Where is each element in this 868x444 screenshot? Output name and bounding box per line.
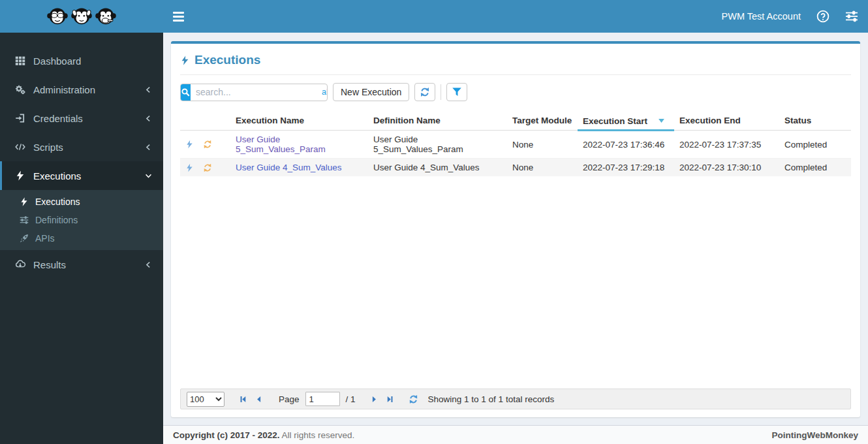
rocket-icon [20, 234, 29, 243]
top-bar: PWM Test Account [0, 0, 868, 33]
first-page-icon[interactable] [238, 394, 248, 404]
sidebar-item-administration[interactable]: Administration [0, 75, 163, 104]
execution-name-link[interactable]: User Guide 4_Sum_Values [236, 163, 342, 172]
search-scope-value: all [322, 87, 328, 97]
search-icon [181, 87, 191, 97]
previous-page-icon[interactable] [254, 394, 264, 404]
sign-in-icon [15, 113, 25, 123]
submenu-item-executions[interactable]: Executions [0, 193, 163, 211]
content-area: Executions all New Execution [163, 33, 868, 444]
chevron-left-icon [144, 114, 153, 123]
target-module-cell: None [507, 131, 578, 159]
table-row: User Guide 5_Sum_Values_Param User Guide… [180, 131, 851, 159]
monkey-see-no-evil-icon [46, 7, 69, 27]
app-window: PWM Test Account Dashboard Administratio… [0, 0, 868, 444]
page-label: Page [279, 394, 300, 404]
execution-start-cell: 2022-07-23 17:36:46 [578, 131, 674, 159]
search-group: all [180, 84, 328, 101]
rerun-execution-icon[interactable] [203, 163, 212, 172]
table-row: User Guide 4_Sum_Values User Guide 4_Sum… [180, 159, 851, 177]
sidebar-item-label: Executions [33, 170, 81, 182]
filter-button[interactable] [446, 83, 467, 101]
rerun-execution-icon[interactable] [203, 140, 212, 149]
search-scope-dropdown[interactable]: all [319, 84, 328, 101]
settings-sliders-icon[interactable] [845, 10, 858, 23]
sliders-icon [20, 215, 29, 225]
pagination-bar: 100 Page / 1 Showing 1 to 1 of 1 total r… [180, 388, 851, 409]
target-module-cell: None [507, 159, 578, 177]
submenu-item-label: APIs [35, 233, 55, 244]
refresh-icon[interactable] [409, 394, 418, 404]
sidebar-item-label: Credentials [33, 113, 83, 124]
total-pages: / 1 [346, 394, 356, 404]
sidebar-item-scripts[interactable]: Scripts [0, 133, 163, 161]
page-number-input[interactable] [305, 392, 340, 406]
execution-end-cell: 2022-07-23 17:30:10 [674, 159, 779, 177]
footer: Copyright (c) 2017 - 2022. All rights re… [163, 425, 868, 444]
bolt-icon [15, 170, 25, 181]
sidebar: Dashboard Administration Credentials Scr… [0, 33, 163, 444]
sidebar-item-label: Results [33, 259, 66, 270]
page-size-select[interactable]: 100 [187, 392, 225, 407]
column-header-execution-start[interactable]: Execution Start [578, 112, 674, 131]
cogs-icon [15, 84, 25, 95]
bolt-icon [180, 55, 190, 66]
monkey-pointing-icon [95, 7, 117, 27]
help-icon[interactable] [816, 10, 829, 23]
sidebar-item-credentials[interactable]: Credentials [0, 104, 163, 133]
chevron-left-icon [144, 261, 153, 269]
bolt-icon [20, 197, 29, 206]
submenu-item-definitions[interactable]: Definitions [0, 211, 163, 229]
code-icon [15, 142, 25, 152]
sidebar-item-executions[interactable]: Executions [0, 161, 163, 190]
table-header-row: Execution Name Definition Name Target Mo… [180, 112, 851, 131]
status-cell: Completed [779, 159, 851, 177]
copyright-text: Copyright (c) 2017 - 2022. All rights re… [173, 430, 354, 440]
app-logo[interactable] [0, 0, 163, 33]
actions-column-header [180, 112, 230, 131]
run-execution-icon[interactable] [185, 163, 194, 172]
monkey-hear-no-evil-icon [70, 7, 93, 27]
executions-table: Execution Name Definition Name Target Mo… [180, 112, 851, 176]
sidebar-item-results[interactable]: Results [0, 250, 163, 279]
column-header-execution-end[interactable]: Execution End [674, 112, 779, 131]
nav-right: PWM Test Account [722, 10, 858, 23]
toolbar-divider [441, 84, 441, 100]
refresh-button[interactable] [414, 83, 435, 101]
new-execution-button[interactable]: New Execution [333, 83, 409, 101]
search-input[interactable] [191, 84, 319, 101]
brand-name: PointingWebMonkey [771, 430, 858, 440]
submenu-item-label: Executions [35, 197, 80, 207]
definition-name-cell: User Guide 4_Sum_Values [368, 159, 507, 177]
definition-name-cell: User Guide 5_Sum_Values_Param [368, 131, 507, 159]
column-header-status[interactable]: Status [779, 112, 851, 131]
executions-panel: Executions all New Execution [171, 41, 860, 417]
column-header-target-module[interactable]: Target Module [507, 112, 578, 131]
execution-end-cell: 2022-07-23 17:37:35 [674, 131, 779, 159]
sidebar-item-label: Dashboard [33, 56, 81, 67]
run-execution-icon[interactable] [185, 140, 194, 149]
page-title-text: Executions [194, 53, 260, 67]
cloud-download-icon [15, 259, 25, 270]
submenu-item-label: Definitions [35, 215, 78, 225]
sidebar-toggle-button[interactable] [173, 7, 193, 26]
sidebar-item-label: Administration [33, 84, 95, 95]
last-page-icon[interactable] [385, 394, 395, 404]
sidebar-item-dashboard[interactable]: Dashboard [0, 46, 163, 75]
column-header-definition-name[interactable]: Definition Name [368, 112, 507, 131]
top-nav: PWM Test Account [163, 0, 868, 33]
grid-icon [15, 56, 25, 66]
sort-descending-icon [658, 118, 665, 123]
status-cell: Completed [779, 131, 851, 159]
records-summary: Showing 1 to 1 of 1 total records [428, 394, 555, 404]
submenu-item-apis[interactable]: APIs [0, 229, 163, 247]
execution-start-cell: 2022-07-23 17:29:18 [578, 159, 674, 177]
next-page-icon[interactable] [369, 394, 379, 404]
execution-name-link[interactable]: User Guide 5_Sum_Values_Param [236, 135, 326, 154]
refresh-icon [420, 87, 430, 97]
search-button[interactable] [181, 84, 191, 101]
sidebar-item-label: Scripts [33, 142, 63, 153]
column-header-execution-name[interactable]: Execution Name [230, 112, 368, 131]
filter-icon [452, 87, 462, 97]
account-name[interactable]: PWM Test Account [722, 11, 801, 22]
